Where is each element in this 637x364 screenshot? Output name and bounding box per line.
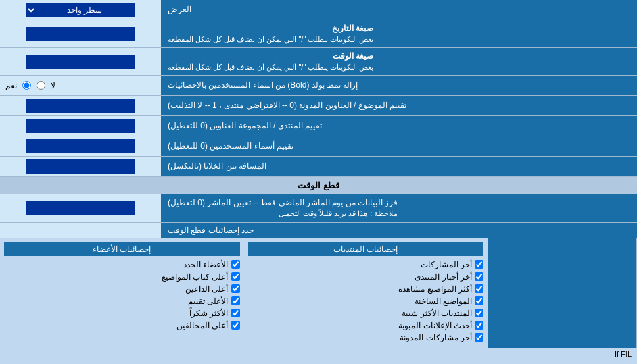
stats-limit-label: حدد إحصائيات قطع الوقت bbox=[162, 223, 637, 238]
gap-row: المسافة بين الخلايا (بالبكسل) 2 bbox=[0, 157, 637, 177]
stats-members-header: إحصائيات الأعضاء bbox=[4, 242, 240, 256]
checkbox-classifieds[interactable] bbox=[475, 321, 483, 330]
stats-item-viewed: أكثر المواضيع مشاهدة bbox=[248, 283, 484, 295]
checkbox-blog-posts[interactable] bbox=[475, 333, 483, 342]
stats-col-members: إحصائيات الأعضاء الأعضاء الجدد أعلى كتاب… bbox=[0, 238, 244, 348]
realtime-input-container: 0 bbox=[0, 194, 162, 222]
bold-remove-row: إزالة نمط بولد (Bold) من اسماء المستخدمي… bbox=[0, 76, 637, 96]
stats-item-top-writers: أعلى كتاب المواضيع bbox=[4, 271, 240, 283]
time-format-input-container: H:i bbox=[0, 48, 162, 75]
forum-order-label: تقييم المنتدى / المجموعة العناوين (0 للت… bbox=[162, 116, 637, 136]
user-names-input-container: 0 bbox=[0, 136, 162, 156]
forum-order-input[interactable]: 33 bbox=[26, 119, 135, 133]
stats-item-news: أخر أخبار المنتدى bbox=[248, 271, 484, 283]
checkbox-similar[interactable] bbox=[475, 309, 483, 317]
checkbox-hot[interactable] bbox=[475, 296, 483, 305]
stats-item-new-members: الأعضاء الجدد bbox=[4, 259, 240, 271]
stats-item-top-violators: أعلى المخالفين bbox=[4, 319, 240, 332]
user-names-input[interactable]: 0 bbox=[26, 139, 135, 153]
forum-order-input-container: 33 bbox=[0, 116, 162, 136]
stats-col-empty bbox=[488, 238, 637, 348]
date-format-input-container: d-m bbox=[0, 20, 162, 47]
radio-no[interactable] bbox=[37, 81, 45, 90]
stats-item-hot: المواضيع الساخنة bbox=[248, 295, 484, 307]
radio-no-label: لا bbox=[51, 81, 55, 90]
date-format-row: صيغة التاريخ بعض التكوينات يتطلب "/" الت… bbox=[0, 20, 637, 48]
date-format-label: صيغة التاريخ بعض التكوينات يتطلب "/" الت… bbox=[162, 20, 637, 47]
forum-order-row: تقييم المنتدى / المجموعة العناوين (0 للت… bbox=[0, 116, 637, 136]
radio-yes-label: نعم bbox=[5, 81, 17, 90]
bold-remove-label: إزالة نمط بولد (Bold) من اسماء المستخدمي… bbox=[162, 76, 637, 95]
topic-order-input[interactable]: 33 bbox=[26, 99, 135, 113]
topic-order-label: تقييم الموضوع / العناوين المدونة (0 -- ا… bbox=[162, 96, 637, 115]
display-select[interactable]: سطر واحد bbox=[26, 3, 135, 17]
stats-item-most-thanked: الأكثر شكراً bbox=[4, 307, 240, 319]
header-row: العرض سطر واحد bbox=[0, 0, 637, 20]
realtime-input[interactable]: 0 bbox=[26, 201, 135, 215]
radio-yes[interactable] bbox=[22, 81, 31, 90]
stats-item-classifieds: أحدث الإعلانات المبوبة bbox=[248, 319, 484, 332]
time-format-row: صيغة الوقت بعض التكوينات يتطلب "/" التي … bbox=[0, 48, 637, 76]
bottom-note: If FIL bbox=[0, 348, 637, 360]
checkbox-top-rated[interactable] bbox=[231, 296, 240, 305]
date-format-input[interactable]: d-m bbox=[26, 27, 135, 41]
stats-forums-header: إحصائيات المنتديات bbox=[248, 242, 484, 256]
stats-item-top-inviters: أعلى الداعين bbox=[4, 283, 240, 295]
stats-item-top-rated: الأعلى تقييم bbox=[4, 295, 240, 307]
checkbox-top-inviters[interactable] bbox=[231, 284, 240, 293]
realtime-row: فرز البيانات من يوم الماشر الماضي فقط --… bbox=[0, 194, 637, 222]
stats-col-forums: إحصائيات المنتديات أخر المشاركات أخر أخب… bbox=[244, 238, 489, 348]
checkbox-viewed[interactable] bbox=[475, 284, 483, 293]
checkbox-top-violators[interactable] bbox=[231, 321, 240, 330]
gap-input-container: 2 bbox=[0, 157, 162, 176]
checkbox-posts[interactable] bbox=[475, 260, 483, 269]
stats-item-similar: المنتديات الأكثر شبية bbox=[248, 307, 484, 319]
header-select-container: سطر واحد bbox=[0, 0, 162, 20]
time-format-label: صيغة الوقت بعض التكوينات يتطلب "/" التي … bbox=[162, 48, 637, 75]
stats-container: إحصائيات المنتديات أخر المشاركات أخر أخب… bbox=[0, 238, 637, 348]
realtime-label: فرز البيانات من يوم الماشر الماضي فقط --… bbox=[162, 194, 637, 222]
main-container: العرض سطر واحد صيغة التاريخ بعض التكوينا… bbox=[0, 0, 637, 360]
checkbox-new-members[interactable] bbox=[231, 260, 240, 269]
stats-item-blog-posts: أخر مشاركات المدونة bbox=[248, 332, 484, 344]
checkbox-most-thanked[interactable] bbox=[231, 309, 240, 317]
gap-label: المسافة بين الخلايا (بالبكسل) bbox=[162, 157, 637, 176]
gap-input[interactable]: 2 bbox=[26, 159, 135, 174]
topic-order-input-container: 33 bbox=[0, 96, 162, 115]
user-names-row: تقييم أسماء المستخدمين (0 للتعطيل) 0 bbox=[0, 136, 637, 157]
checkbox-news[interactable] bbox=[475, 272, 483, 281]
topic-order-row: تقييم الموضوع / العناوين المدونة (0 -- ا… bbox=[0, 96, 637, 116]
user-names-label: تقييم أسماء المستخدمين (0 للتعطيل) bbox=[162, 136, 637, 156]
time-format-input[interactable]: H:i bbox=[26, 55, 135, 69]
stats-item-posts: أخر المشاركات bbox=[248, 259, 484, 271]
stats-limit-row: حدد إحصائيات قطع الوقت bbox=[0, 223, 637, 238]
realtime-section-header: قطع الوقت bbox=[0, 177, 637, 194]
checkbox-top-writers[interactable] bbox=[231, 272, 240, 281]
header-label: العرض bbox=[162, 0, 637, 20]
bold-remove-radio-container: لا نعم bbox=[0, 76, 162, 95]
